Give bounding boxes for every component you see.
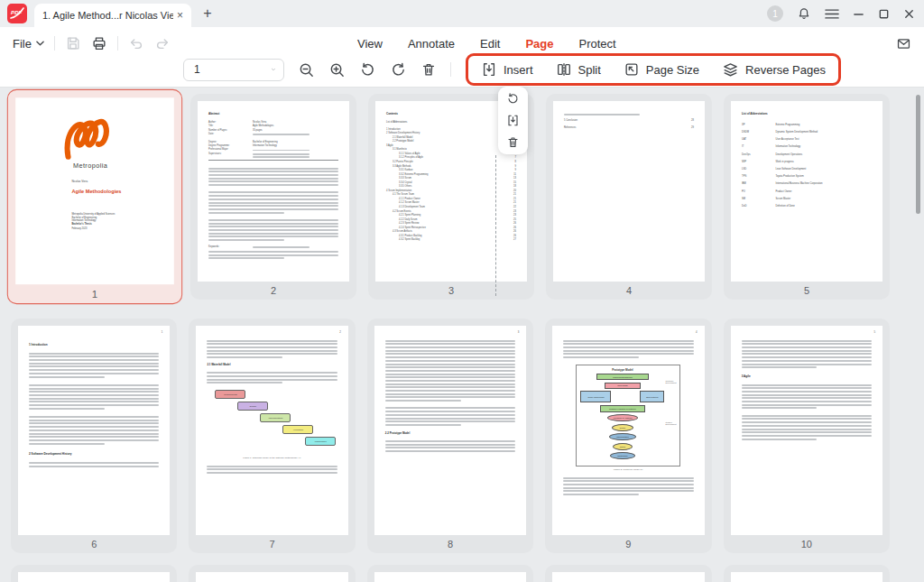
page-number-label: 2 <box>190 282 356 300</box>
rotate-left-icon[interactable] <box>359 61 376 79</box>
page-thumbnail-1[interactable]: MetropoliaNicolas VieraAgile Methodologi… <box>7 89 182 304</box>
page-thumbnail-partial[interactable] <box>724 565 890 582</box>
mode-tabs: View Annotate Edit Page Protect <box>357 37 616 51</box>
highlight-annotation-box: Insert Split Page Size Reverse <box>466 53 841 86</box>
zoom-out-icon[interactable] <box>298 61 315 79</box>
page-preview: 32.2 Prototype Model <box>374 326 526 535</box>
split-icon <box>556 61 572 78</box>
page-thumbnail-partial[interactable] <box>189 565 355 582</box>
file-menu-button[interactable]: File <box>13 37 44 51</box>
split-button[interactable]: Split <box>556 61 601 78</box>
feedback-envelope-icon[interactable] <box>896 36 911 51</box>
account-avatar[interactable]: 1 <box>767 5 783 22</box>
page-preview: List of AbbreviationsXPExtreme Programmi… <box>731 101 882 282</box>
notifications-bell-icon[interactable] <box>797 6 811 21</box>
page-number-label: 6 <box>11 535 177 553</box>
maximize-window-icon[interactable] <box>878 8 890 20</box>
new-tab-button[interactable]: + <box>199 5 217 23</box>
close-tab-icon[interactable]: × <box>177 9 183 22</box>
page-number-label: 4 <box>546 282 712 300</box>
page-preview: 11 Introduction2 Software Development Hi… <box>18 326 170 535</box>
app-logo-icon: PDF <box>7 4 27 23</box>
page-thumbnail-partial[interactable] <box>11 565 177 582</box>
page-number-label: 10 <box>724 535 890 553</box>
thumbnail-grid-area: MetropoliaNicolas VieraAgile Methodologi… <box>0 88 924 582</box>
reverse-pages-button[interactable]: Reverse Pages <box>722 61 826 79</box>
waterfall-figure: RequirementsDesignImplementationVerifica… <box>212 390 337 449</box>
page-number-label: 8 <box>367 535 533 553</box>
tab-edit[interactable]: Edit <box>480 37 500 51</box>
page-number-label: 9 <box>545 535 711 553</box>
page-number-input[interactable] <box>183 59 284 81</box>
tab-annotate[interactable]: Annotate <box>408 37 455 51</box>
page-thumbnail-5[interactable]: List of AbbreviationsXPExtreme Programmi… <box>724 94 890 300</box>
page-thumbnail-partial[interactable] <box>367 565 533 582</box>
rotate-right-icon[interactable] <box>390 61 407 79</box>
rotate-left-icon[interactable] <box>506 92 520 106</box>
vertical-scrollbar[interactable] <box>916 95 920 214</box>
zoom-in-icon[interactable] <box>328 61 346 79</box>
page-thumbnail-4[interactable]: 5 Conclusion28References294 <box>546 94 712 300</box>
page-thumbnail-2[interactable]: AbstractAuthor:Nicolas VieraTitle:Agile … <box>190 94 356 300</box>
page-number-label: 5 <box>724 282 890 300</box>
page-preview: 5 Conclusion28References29 <box>553 101 705 282</box>
page-preview: AbstractAuthor:Nicolas VieraTitle:Agile … <box>198 101 349 282</box>
page-number-label: 3 <box>368 282 534 300</box>
hamburger-menu-icon[interactable] <box>825 8 839 20</box>
page-number-label: 7 <box>189 535 355 553</box>
redo-icon[interactable] <box>154 35 171 51</box>
chevron-down-icon <box>272 67 275 72</box>
titlebar: PDF 1. Agile Method...r Nicolas Viera × … <box>0 0 924 27</box>
tab-view[interactable]: View <box>357 37 383 51</box>
save-icon[interactable] <box>65 35 81 51</box>
page-thumbnail-7[interactable]: 22.1 Waterfall ModelRequirementsDesignIm… <box>189 319 355 553</box>
divider <box>54 36 55 51</box>
toolbar: File View Annotate Edit <box>0 27 924 88</box>
insert-page-icon[interactable] <box>506 114 520 127</box>
page-size-button[interactable]: Page Size <box>624 61 699 78</box>
document-tab-title: 1. Agile Method...r Nicolas Viera <box>42 10 173 21</box>
page-size-icon <box>624 61 640 78</box>
page-floating-toolbar <box>498 87 528 154</box>
page-thumbnail-6[interactable]: 11 Introduction2 Software Development Hi… <box>11 319 177 553</box>
page-preview: 53 Agile <box>731 326 882 535</box>
page-thumbnail-8[interactable]: 32.2 Prototype Model8 <box>367 319 533 553</box>
delete-icon[interactable] <box>506 135 520 149</box>
minimize-window-icon[interactable] <box>853 8 864 20</box>
page-thumbnail-10[interactable]: 53 Agile10 <box>724 319 890 553</box>
prototype-model-figure: Prototype ModelRequirements gatheringQui… <box>576 365 680 467</box>
document-tab[interactable]: 1. Agile Method...r Nicolas Viera × <box>34 4 191 27</box>
insert-button[interactable]: Insert <box>481 61 533 78</box>
undo-icon[interactable] <box>128 35 144 51</box>
page-thumbnail-partial[interactable] <box>545 565 711 582</box>
print-icon[interactable] <box>91 35 107 51</box>
page-thumbnail-9[interactable]: 4Prototype ModelRequirements gatheringQu… <box>545 319 711 553</box>
insert-page-icon <box>481 61 497 78</box>
page-preview: 4Prototype ModelRequirements gatheringQu… <box>552 326 704 535</box>
close-window-icon[interactable] <box>903 8 915 20</box>
divider <box>117 36 118 51</box>
tab-page[interactable]: Page <box>525 37 553 51</box>
insert-position-indicator <box>495 155 496 296</box>
tab-protect[interactable]: Protect <box>578 37 615 51</box>
page-number-label: 1 <box>8 284 181 303</box>
page-preview: MetropoliaNicolas VieraAgile Methodologi… <box>15 97 174 284</box>
divider <box>450 62 451 77</box>
delete-page-icon[interactable] <box>420 61 437 78</box>
pdf-editor-window: PDF 1. Agile Method...r Nicolas Viera × … <box>0 0 924 582</box>
reverse-pages-icon <box>722 61 739 79</box>
page-preview: 22.1 Waterfall ModelRequirementsDesignIm… <box>196 326 347 535</box>
page-number-field[interactable] <box>192 62 268 77</box>
